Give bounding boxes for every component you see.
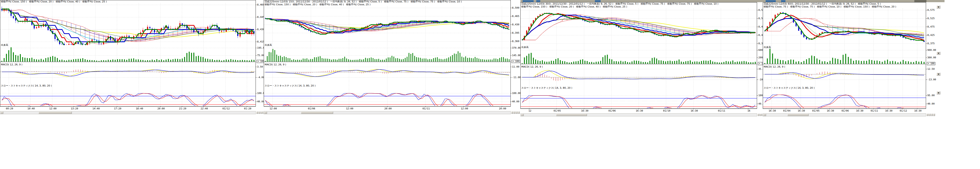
- volume-multiplier-box: × 100: [927, 62, 935, 65]
- chart-window-2[interactable]: 日経225mini 12/03( 15分, 2011/12/30 - 2012/…: [264, 0, 520, 115]
- scrollbar-corner-button[interactable]: [513, 111, 515, 114]
- background-window-tab: [781, 0, 786, 2]
- horizontal-scrollbar[interactable]: [264, 111, 511, 114]
- scrollbar-corner-button[interactable]: [261, 111, 262, 114]
- chart-canvas-1: [0, 0, 266, 115]
- scrollbar-corner-button[interactable]: [515, 111, 517, 114]
- chart-window-4[interactable]: 日経225mini 12/03( 60分, 2011/12/30 - 2012/…: [763, 2, 936, 117]
- background-window-tab: [536, 0, 540, 2]
- scrollbar-thumb[interactable]: [38, 112, 72, 114]
- scrollbar-corner-button[interactable]: [933, 114, 935, 116]
- scrollbar-corner-button[interactable]: [926, 114, 928, 116]
- scrollbar-left-button[interactable]: [264, 112, 267, 114]
- chart-window-3[interactable]: 日経225mini 12/03( 30分, 2011/12/30 - 2012/…: [520, 2, 767, 117]
- background-window-tab: [765, 0, 776, 2]
- scrollbar-corner-button[interactable]: [258, 111, 261, 114]
- price-section-dropdown-icon[interactable]: ▼: [937, 5, 940, 9]
- macd-section-dropdown-icon[interactable]: ▼: [937, 73, 940, 76]
- scrollbar-left-button[interactable]: [521, 114, 524, 116]
- volume-multiplier-box: × 100: [512, 60, 520, 63]
- scrollbar-thumb[interactable]: [556, 114, 587, 116]
- volume-section-dropdown-icon[interactable]: ▼: [937, 52, 940, 55]
- chart-window-1[interactable]: 移動平均( Close, 150 ) 移動平均( Close, 20 ) 移動平…: [0, 0, 266, 115]
- horizontal-scrollbar[interactable]: [763, 113, 926, 117]
- horizontal-scrollbar[interactable]: [0, 111, 256, 114]
- chart-canvas-3: [520, 2, 767, 117]
- scrollbar-corner-button[interactable]: [931, 114, 933, 116]
- scrollbar-corner-button[interactable]: [518, 111, 520, 114]
- stoch-section-dropdown-icon[interactable]: ▼: [937, 91, 940, 95]
- scrollbar-corner-button[interactable]: [929, 114, 931, 116]
- background-window-tab: [595, 0, 601, 2]
- scrollbar-corner-button[interactable]: [757, 114, 759, 116]
- scrollbar-corner-button[interactable]: [511, 111, 513, 114]
- chart-canvas-2: [264, 0, 520, 115]
- background-window-strip: [520, 0, 945, 2]
- desktop: { "app": {"background": "#ffffff"}, "col…: [0, 0, 980, 169]
- horizontal-scrollbar[interactable]: [520, 113, 757, 117]
- scrollbar-left-button[interactable]: [763, 114, 766, 116]
- scrollbar-thumb[interactable]: [788, 114, 808, 116]
- scrollbar-corner-button[interactable]: [256, 111, 258, 114]
- background-window-tab: [523, 0, 534, 2]
- scrollbar-thumb[interactable]: [301, 112, 333, 114]
- scrollbar-left-button[interactable]: [0, 112, 3, 114]
- scrollbar-corner-button[interactable]: [760, 114, 762, 116]
- chart-canvas-4: [763, 2, 936, 117]
